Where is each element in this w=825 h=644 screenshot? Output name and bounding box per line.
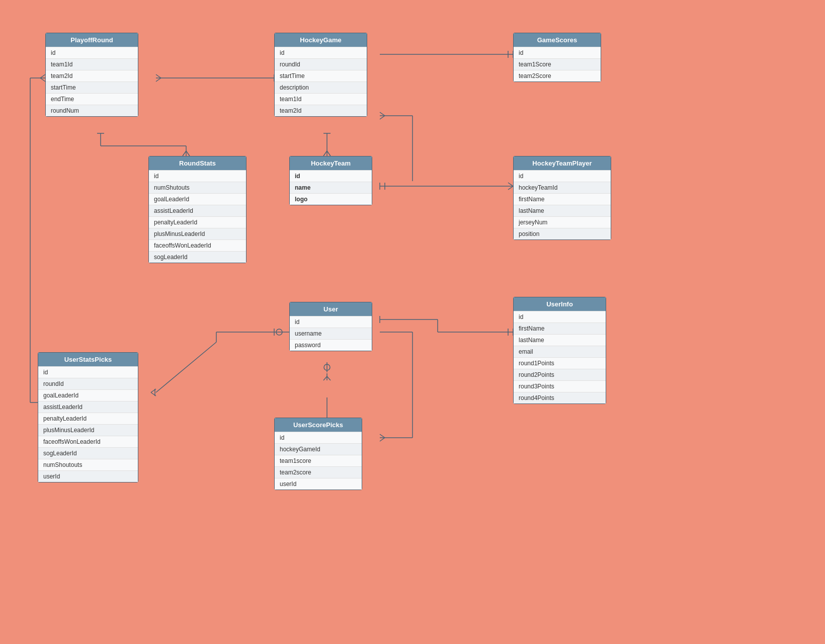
svg-line-22 xyxy=(380,116,385,119)
table-user-stats-picks: UserStatsPicks id roundId goalLeaderId a… xyxy=(38,352,138,482)
field-ui-id: id xyxy=(514,311,606,323)
svg-line-39 xyxy=(323,376,327,380)
field-uscp-team2score: team2score xyxy=(275,466,362,478)
field-uscp-userid: userId xyxy=(275,478,362,490)
field-pr-roundnum: roundNum xyxy=(46,105,138,116)
field-pr-id: id xyxy=(46,47,138,58)
field-ui-round3points: round3Points xyxy=(514,380,606,392)
table-header-playoff-round: PlayoffRound xyxy=(46,33,138,47)
svg-line-46 xyxy=(380,438,385,441)
svg-line-34 xyxy=(151,392,156,396)
field-rs-numshutouts: numShutouts xyxy=(149,182,246,193)
field-rs-plusminusleaderid: plusMinusLeaderId xyxy=(149,228,246,239)
field-htp-lastname: lastName xyxy=(514,205,611,216)
field-gs-id: id xyxy=(514,47,601,58)
field-rs-penaltyleaderid: penaltyLeaderId xyxy=(149,216,246,228)
table-header-hockey-team: HockeyTeam xyxy=(290,156,372,170)
svg-line-57 xyxy=(40,78,45,82)
svg-point-31 xyxy=(276,329,282,335)
field-ui-firstname: firstName xyxy=(514,323,606,334)
svg-point-37 xyxy=(324,364,330,370)
field-htp-firstname: firstName xyxy=(514,193,611,205)
field-htp-jerseynum: jerseyNum xyxy=(514,216,611,228)
table-header-game-scores: GameScores xyxy=(514,33,601,47)
svg-line-27 xyxy=(508,186,513,190)
field-uscp-hockeygameid: hockeyGameId xyxy=(275,443,362,455)
field-pr-team1id: team1Id xyxy=(46,58,138,70)
field-htp-hockeyteamid: hockeyTeamId xyxy=(514,182,611,193)
field-usp-penaltyleaderid: penaltyLeaderId xyxy=(38,413,138,424)
svg-line-12 xyxy=(186,151,190,156)
field-uscp-id: id xyxy=(275,432,362,443)
table-hockey-team: HockeyTeam id name logo xyxy=(289,156,372,205)
table-user-info: UserInfo id firstName lastName email rou… xyxy=(513,297,606,404)
field-u-username: username xyxy=(290,328,372,339)
field-rs-faceoffswonleaderid: faceoffsWonLeaderId xyxy=(149,239,246,251)
field-ht-name: name xyxy=(290,182,372,193)
svg-line-40 xyxy=(327,376,331,380)
svg-line-2 xyxy=(156,78,161,82)
svg-line-16 xyxy=(327,151,331,156)
svg-line-56 xyxy=(40,74,45,78)
table-header-hockey-game: HockeyGame xyxy=(275,33,367,47)
table-header-round-stats: RoundStats xyxy=(149,156,246,170)
field-gs-team1score: team1Score xyxy=(514,58,601,70)
field-usp-plusminusleaderid: plusMinusLeaderId xyxy=(38,424,138,436)
table-header-user: User xyxy=(290,302,372,316)
svg-line-21 xyxy=(380,112,385,116)
field-hg-roundid: roundId xyxy=(275,58,367,70)
field-hg-team2id: team2Id xyxy=(275,105,367,116)
field-pr-team2id: team2Id xyxy=(46,70,138,82)
field-usp-assistleaderid: assistLeaderId xyxy=(38,401,138,413)
table-header-hockey-team-player: HockeyTeamPlayer xyxy=(514,156,611,170)
table-user-score-picks: UserScorePicks id hockeyGameId team1scor… xyxy=(274,418,362,490)
table-header-user-score-picks: UserScorePicks xyxy=(275,418,362,432)
field-ht-logo: logo xyxy=(290,193,372,205)
table-game-scores: GameScores id team1Score team2Score xyxy=(513,33,601,82)
field-ui-email: email xyxy=(514,346,606,357)
svg-line-15 xyxy=(323,151,327,156)
field-pr-starttime: startTime xyxy=(46,82,138,93)
field-u-id: id xyxy=(290,316,372,328)
field-ht-id: id xyxy=(290,170,372,182)
field-htp-position: position xyxy=(514,228,611,239)
field-gs-team2score: team2Score xyxy=(514,70,601,82)
svg-line-30 xyxy=(156,342,216,392)
table-hockey-game: HockeyGame id roundId startTime descript… xyxy=(274,33,367,117)
field-rs-assistleaderid: assistLeaderId xyxy=(149,205,246,216)
svg-line-33 xyxy=(151,389,156,392)
table-header-user-stats-picks: UserStatsPicks xyxy=(38,353,138,366)
field-usp-userid: userId xyxy=(38,470,138,482)
table-playoff-round: PlayoffRound id team1Id team2Id startTim… xyxy=(45,33,138,117)
table-round-stats: RoundStats id numShutouts goalLeaderId a… xyxy=(148,156,246,263)
field-htp-id: id xyxy=(514,170,611,182)
field-usp-goalleaderid: goalLeaderId xyxy=(38,389,138,401)
table-header-user-info: UserInfo xyxy=(514,297,606,311)
field-usp-numshoutouts: numShoutouts xyxy=(38,459,138,470)
field-usp-sogleaderid: sogLeaderId xyxy=(38,447,138,459)
field-hg-id: id xyxy=(275,47,367,58)
svg-line-11 xyxy=(183,151,186,156)
field-uscp-team1score: team1score xyxy=(275,455,362,466)
field-hg-starttime: startTime xyxy=(275,70,367,82)
svg-line-1 xyxy=(156,74,161,78)
table-hockey-team-player: HockeyTeamPlayer id hockeyTeamId firstNa… xyxy=(513,156,611,240)
field-usp-roundid: roundId xyxy=(38,378,138,389)
field-rs-goalleaderid: goalLeaderId xyxy=(149,193,246,205)
field-hg-description: description xyxy=(275,82,367,93)
diagram-container: PlayoffRound id team1Id team2Id startTim… xyxy=(0,0,825,644)
field-ui-round4points: round4Points xyxy=(514,392,606,404)
field-ui-round2points: round2Points xyxy=(514,369,606,380)
field-ui-round1points: round1Points xyxy=(514,357,606,369)
field-usp-faceoffswonleaderid: faceoffsWonLeaderId xyxy=(38,436,138,447)
table-user: User id username password xyxy=(289,302,372,351)
field-hg-team1id: team1Id xyxy=(275,93,367,105)
field-ui-lastname: lastName xyxy=(514,334,606,346)
field-u-password: password xyxy=(290,339,372,351)
field-rs-id: id xyxy=(149,170,246,182)
svg-line-45 xyxy=(380,434,385,438)
field-rs-sogleaderid: sogLeaderId xyxy=(149,251,246,263)
field-pr-endtime: endTime xyxy=(46,93,138,105)
svg-line-26 xyxy=(508,183,513,186)
field-usp-id: id xyxy=(38,366,138,378)
